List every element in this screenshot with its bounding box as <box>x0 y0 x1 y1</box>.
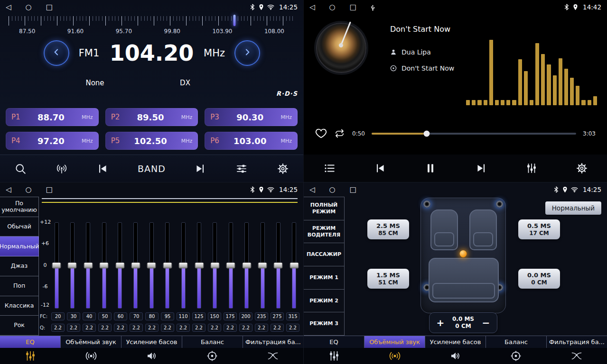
nav-recents-icon[interactable]: □ <box>46 186 53 193</box>
eq-icon[interactable] <box>0 348 61 364</box>
next-track-button[interactable] <box>475 162 487 174</box>
mode-item-6[interactable]: РЕЖИМ 3 <box>304 312 345 336</box>
delay-rear-left[interactable]: 1.5 MS 51 CM <box>367 269 409 289</box>
eq-band-slider-20[interactable] <box>51 222 62 309</box>
eq-band-slider-235[interactable] <box>257 222 268 309</box>
nav-recents-icon[interactable]: □ <box>350 186 356 193</box>
eq-slider-thumb[interactable] <box>131 263 140 269</box>
preset-button-p3[interactable]: P390.30MHz <box>205 108 298 126</box>
tab-eq[interactable]: EQ <box>0 336 61 348</box>
delay-rear-right[interactable]: 0.0 MS 0 CM <box>518 269 560 289</box>
nav-back-icon[interactable]: ◁ <box>6 4 11 11</box>
seek-thumb[interactable] <box>424 130 430 136</box>
eq-icon[interactable] <box>304 348 364 364</box>
eq-band-slider-125[interactable] <box>194 222 205 309</box>
pause-button[interactable] <box>424 162 437 175</box>
eq-band-slider-40[interactable] <box>83 222 93 309</box>
preset-button-p6[interactable]: P6103.00MHz <box>205 132 298 150</box>
seek-bar[interactable] <box>372 133 576 135</box>
tab-surround[interactable]: Объёмный звук <box>61 336 121 348</box>
eq-preset-1[interactable]: По умолчанию <box>0 197 39 217</box>
filter-icon[interactable] <box>243 348 303 364</box>
delay-front-left[interactable]: 2.5 MS 85 CM <box>367 219 409 239</box>
band-button[interactable]: BAND <box>138 164 166 174</box>
broadcast-scan-button[interactable] <box>56 163 68 175</box>
nav-recents-icon[interactable]: □ <box>350 4 356 11</box>
balance-icon[interactable] <box>182 348 243 364</box>
eq-preset-6[interactable]: Классика <box>0 296 39 316</box>
bass-boost-icon[interactable] <box>425 348 486 364</box>
frequency-ruler[interactable] <box>9 16 295 26</box>
eq-slider-thumb[interactable] <box>147 263 156 269</box>
speaker-front-right-icon[interactable] <box>496 200 503 208</box>
eq-preset-5[interactable]: Поп <box>0 276 39 296</box>
preset-button-p5[interactable]: P5102.50MHz <box>105 132 198 150</box>
preset-button-p1[interactable]: P188.70MHz <box>6 108 99 126</box>
eq-slider-thumb[interactable] <box>163 263 172 269</box>
frequency-indicator[interactable] <box>233 15 236 26</box>
nav-back-icon[interactable]: ◁ <box>309 186 315 193</box>
listening-position-dot[interactable] <box>460 250 467 257</box>
eq-band-slider-50[interactable] <box>99 222 109 309</box>
favorite-button[interactable] <box>315 128 327 139</box>
eq-slider-thumb[interactable] <box>195 263 204 269</box>
nav-back-icon[interactable]: ◁ <box>6 186 11 193</box>
settings-button[interactable] <box>277 163 289 175</box>
eq-band-slider-70[interactable] <box>131 222 141 309</box>
repeat-button[interactable] <box>334 128 346 139</box>
eq-slider-thumb[interactable] <box>179 263 188 269</box>
eq-slider-thumb[interactable] <box>242 263 251 269</box>
eq-band-slider-315[interactable] <box>289 222 299 309</box>
tab-balance[interactable]: Баланс <box>486 336 547 348</box>
eq-band-slider-60[interactable] <box>115 222 125 309</box>
mode-item-2[interactable]: РЕЖИМ ВОДИТЕЛЯ <box>304 220 345 244</box>
mode-item-5[interactable]: РЕЖИМ 2 <box>304 290 345 313</box>
preset-badge-button[interactable]: Нормальный <box>545 201 601 215</box>
eq-band-slider-95[interactable] <box>162 222 173 309</box>
delay-increase-button[interactable]: + <box>434 317 447 328</box>
tab-eq[interactable]: EQ <box>304 336 364 348</box>
seek-up-button[interactable] <box>234 40 260 66</box>
filter-icon[interactable] <box>546 348 607 364</box>
seek-down-button[interactable] <box>44 40 69 66</box>
delay-front-right[interactable]: 0.5 MS 17 CM <box>518 219 560 239</box>
surround-icon[interactable] <box>364 348 425 364</box>
search-button[interactable] <box>14 163 27 175</box>
tab-filter[interactable]: Фильтрация ба... <box>243 336 303 348</box>
mode-item-4[interactable]: РЕЖИМ 1 <box>304 266 345 290</box>
eq-slider-thumb[interactable] <box>84 263 93 269</box>
audio-adjust-button[interactable] <box>235 163 248 175</box>
nav-home-icon[interactable]: ○ <box>26 4 32 11</box>
tab-filter[interactable]: Фильтрация ба... <box>547 336 607 348</box>
speaker-front-left-icon[interactable] <box>423 200 430 208</box>
eq-slider-thumb[interactable] <box>289 263 299 269</box>
eq-slider-thumb[interactable] <box>52 263 61 269</box>
tab-balance[interactable]: Баланс <box>182 336 243 348</box>
mode-item-3[interactable]: ПАССАЖИР <box>304 243 345 266</box>
preset-button-p2[interactable]: P289.50MHz <box>105 108 198 126</box>
eq-slider-thumb[interactable] <box>100 263 109 269</box>
eq-preset-7[interactable]: Рок <box>0 316 39 336</box>
eq-slider-thumb[interactable] <box>68 263 77 269</box>
eq-band-slider-200[interactable] <box>242 222 252 309</box>
delay-decrease-button[interactable]: − <box>480 317 492 328</box>
eq-band-slider-275[interactable] <box>273 222 283 309</box>
balance-icon[interactable] <box>486 348 546 364</box>
prev-track-button[interactable] <box>374 162 386 174</box>
eq-button[interactable] <box>525 162 538 174</box>
eq-slider-thumb[interactable] <box>226 263 235 269</box>
mode-item-1[interactable]: ПОЛНЫЙ РЕЖИМ <box>304 197 345 220</box>
tab-bass[interactable]: Усиление басов <box>121 336 182 348</box>
tab-surround[interactable]: Объёмный звук <box>364 336 425 348</box>
eq-band-slider-150[interactable] <box>210 222 220 309</box>
eq-band-slider-175[interactable] <box>225 222 236 309</box>
eq-band-slider-110[interactable] <box>178 222 188 309</box>
eq-preset-2[interactable]: Обычай <box>0 217 39 237</box>
eq-slider-thumb[interactable] <box>274 263 283 269</box>
next-station-button[interactable] <box>194 163 206 175</box>
tab-bass[interactable]: Усиление басов <box>425 336 486 348</box>
bass-boost-icon[interactable] <box>121 348 182 364</box>
eq-slider-thumb[interactable] <box>258 263 267 269</box>
eq-band-slider-30[interactable] <box>67 222 77 309</box>
eq-band-slider-80[interactable] <box>146 222 157 309</box>
